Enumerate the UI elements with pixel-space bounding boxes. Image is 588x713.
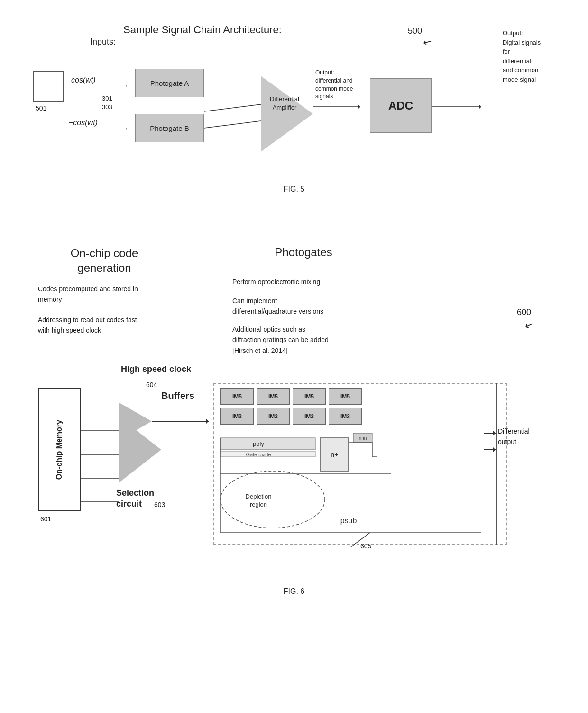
fig6-im3-box-2: IM3 — [257, 408, 290, 425]
fig6-differential-output: Differentialoutput — [498, 426, 555, 447]
fig6-im3-box-1: IM3 — [220, 408, 254, 425]
svg-marker-12 — [206, 419, 209, 424]
svg-text:n+: n+ — [331, 451, 339, 458]
fig6-selection-circuit-label: Selectioncircuit — [116, 488, 154, 510]
fig6-right-bar — [496, 383, 497, 545]
svg-rect-13 — [220, 438, 315, 450]
fig6-canvas: On-chip codegeneration Photogates 600 ↙ … — [28, 246, 569, 578]
fig6-im5-box-4: IM5 — [329, 388, 362, 405]
fig6-title-right: Photogates — [256, 246, 351, 259]
fig6-memory-label: On-chip Memory — [55, 420, 64, 480]
fig5-arrow-a: → — [121, 82, 129, 90]
svg-marker-3 — [358, 104, 360, 109]
fig6-im5-box-3: IM5 — [293, 388, 326, 405]
fig6-desc-right-2: Can implementdifferential/quadrature ver… — [232, 296, 375, 317]
fig5-label-500: 500 — [408, 26, 422, 36]
fig5-photogate-a: Photogate A — [135, 69, 204, 97]
page-container: Sample Signal Chain Architecture: 500 ↙ … — [0, 0, 588, 615]
fig6-desc-right-3: Additional optics such asdiffraction gra… — [232, 324, 379, 356]
fig6-caption: FIG. 6 — [28, 587, 560, 596]
svg-line-1 — [204, 121, 261, 128]
svg-point-21 — [220, 471, 325, 528]
fig5-diff-amp-label: DifferentialAmplifier — [263, 95, 306, 112]
fig6-section: On-chip codegeneration Photogates 600 ↙ … — [19, 236, 569, 605]
fig6-desc-left-1: Codes precomputed and stored inmemory — [38, 284, 156, 305]
fig6-im3-box-4: IM3 — [329, 408, 362, 425]
fig5-connector-lines — [204, 52, 261, 161]
fig6-buffers-label: Buffers — [161, 390, 194, 401]
svg-marker-5 — [479, 104, 481, 109]
fig5-adc-box: ADC — [370, 78, 432, 133]
fig6-title-left: On-chip codegeneration — [52, 246, 156, 275]
fig6-photogate-internal: poly Gate oxide n+ nnn Depletion region … — [216, 428, 491, 542]
svg-text:Gate oxide: Gate oxide — [246, 452, 271, 457]
fig6-label-601: 601 — [40, 515, 51, 523]
fig6-buffer-arrow — [152, 414, 213, 428]
fig5-output-mid-label: Output:differential andcommon modesignal… — [315, 69, 368, 101]
fig5-inputs-label: Inputs: — [90, 37, 116, 47]
fig6-memory-box: On-chip Memory — [38, 388, 81, 511]
fig5-canvas: Sample Signal Chain Architecture: 500 ↙ … — [28, 24, 569, 171]
fig6-im5-box-2: IM5 — [257, 388, 290, 405]
fig6-desc-right-1: Perform optoelectronic mixing — [232, 277, 375, 287]
fig5-amp-output-line — [313, 100, 360, 114]
fig6-label-600: 600 — [517, 307, 531, 317]
fig5-diff-amp-triangle — [261, 76, 313, 152]
fig5-caption: FIG. 5 — [28, 185, 560, 194]
fig5-box-501 — [33, 71, 64, 102]
fig6-im3-box-3: IM3 — [293, 408, 326, 425]
fig5-label-303: 303 — [102, 103, 112, 111]
fig5-label-301: 301 — [102, 95, 112, 102]
svg-text:psub: psub — [340, 517, 357, 525]
fig5-adc-output-line — [432, 100, 484, 114]
fig6-desc-left-2: Addressing to read out codes fastwith hi… — [38, 315, 156, 336]
svg-text:poly: poly — [253, 440, 264, 447]
svg-line-32 — [351, 533, 370, 547]
fig5-arrow-500: ↙ — [421, 34, 434, 49]
fig6-label-604: 604 — [146, 381, 157, 389]
fig6-label-603: 603 — [154, 501, 165, 509]
svg-text:region: region — [250, 501, 267, 508]
fig5-photogate-b: Photogate B — [135, 114, 204, 142]
fig6-buffer-triangle — [119, 402, 152, 440]
svg-line-0 — [204, 104, 261, 111]
fig5-arrow-b: → — [121, 124, 129, 133]
fig6-arrow-600: ↙ — [523, 318, 535, 333]
fig6-high-speed-clock: High speed clock — [121, 364, 191, 374]
fig5-title: Sample Signal Chain Architecture: — [123, 24, 282, 36]
fig5-input-top: cos(wt) — [71, 76, 96, 84]
svg-text:nnn: nnn — [359, 435, 367, 441]
fig6-im5-box-1: IM5 — [220, 388, 254, 405]
fig5-section: Sample Signal Chain Architecture: 500 ↙ … — [19, 9, 569, 198]
fig5-label-501: 501 — [36, 104, 46, 112]
fig5-output-right-label: Output:Digital signalsfordifferentialand… — [503, 28, 564, 84]
fig6-605-arrow — [337, 530, 375, 549]
svg-text:Depletion: Depletion — [246, 493, 272, 500]
fig6-im5-row-1: IM5 IM5 IM5 IM5 — [220, 388, 362, 405]
fig5-input-bottom: −cos(wt) — [69, 119, 98, 127]
fig6-im3-row-1: IM3 IM3 IM3 IM3 — [220, 408, 362, 425]
